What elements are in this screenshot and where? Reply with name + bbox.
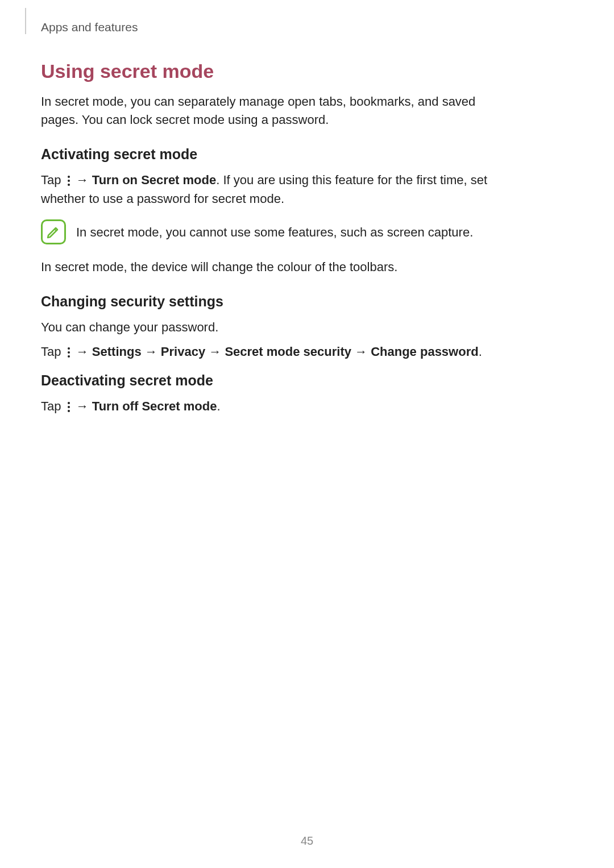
page-crop-mark [25, 8, 26, 34]
turn-on-label: Turn on Secret mode [92, 173, 216, 187]
path-secret: Secret mode security [225, 344, 351, 359]
tap-label: Tap [41, 173, 65, 187]
arrow-icon: → [73, 173, 92, 187]
arrow-icon: → [142, 344, 161, 359]
tap-label: Tap [41, 399, 65, 413]
path-privacy: Privacy [161, 344, 205, 359]
note-icon [41, 219, 66, 244]
changing-path: Tap → Settings → Privacy → Secret mode s… [41, 342, 488, 361]
period: . [479, 344, 482, 359]
main-content: Using secret mode In secret mode, you ca… [41, 60, 488, 427]
arrow-icon: → [73, 399, 92, 413]
pencil-icon [45, 224, 61, 240]
more-options-icon [66, 175, 72, 187]
page-number: 45 [0, 834, 614, 848]
turn-off-label: Turn off Secret mode [92, 399, 217, 413]
path-change: Change password [371, 344, 478, 359]
tap-label: Tap [41, 344, 65, 359]
more-options-icon [66, 401, 72, 413]
period: . [217, 399, 220, 413]
page-title: Using secret mode [41, 60, 488, 82]
arrow-icon: → [205, 344, 225, 359]
note-callout: In secret mode, you cannot use some feat… [41, 219, 488, 244]
section-heading-changing: Changing security settings [41, 293, 488, 310]
intro-paragraph: In secret mode, you can separately manag… [41, 93, 488, 129]
arrow-icon: → [73, 344, 92, 359]
section-heading-activating: Activating secret mode [41, 146, 488, 163]
svg-line-0 [55, 229, 56, 231]
activating-instructions: Tap → Turn on Secret mode. If you are us… [41, 171, 488, 208]
arrow-icon: → [351, 344, 371, 359]
note-text: In secret mode, you cannot use some feat… [76, 219, 473, 242]
breadcrumb: Apps and features [41, 20, 138, 34]
path-settings: Settings [92, 344, 142, 359]
after-note-text: In secret mode, the device will change t… [41, 258, 488, 276]
more-options-icon [66, 346, 72, 359]
changing-line1: You can change your password. [41, 318, 488, 337]
section-heading-deactivating: Deactivating secret mode [41, 372, 488, 389]
deactivating-instructions: Tap → Turn off Secret mode. [41, 397, 488, 416]
